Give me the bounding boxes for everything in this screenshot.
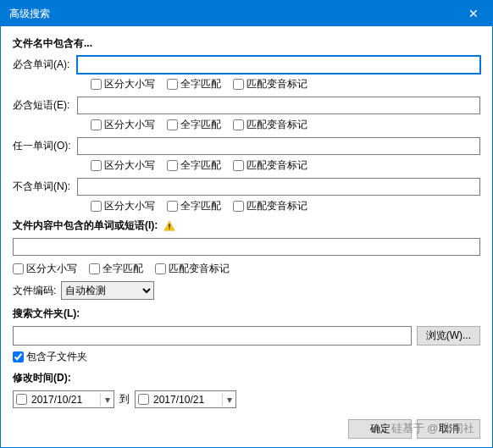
filename-heading: 文件名中包含有... [13, 36, 480, 51]
content-diacritics-checkbox[interactable]: 匹配变音标记 [155, 262, 230, 276]
ok-button[interactable]: 确定 [348, 419, 412, 439]
content-input[interactable] [13, 238, 480, 256]
browse-button[interactable]: 浏览(W)... [417, 326, 480, 346]
dialog-footer: 确定 取消 [1, 412, 492, 447]
all-words-label: 必含单词(A): [13, 58, 77, 72]
date-from-picker[interactable]: 2017/10/21 ▾ [13, 390, 114, 408]
phrase-case-checkbox[interactable]: 区分大小写 [91, 118, 155, 132]
encoding-label: 文件编码: [13, 284, 56, 298]
none-words-diacritics-checkbox[interactable]: 匹配变音标记 [233, 199, 307, 213]
dialog-body: 文件名中包含有... 必含单词(A): 区分大小写 全字匹配 匹配变音标记 必含… [1, 26, 492, 412]
warning-icon [163, 220, 175, 232]
all-words-input[interactable] [77, 56, 480, 74]
phrase-diacritics-checkbox[interactable]: 匹配变音标记 [233, 118, 307, 132]
none-words-case-checkbox[interactable]: 区分大小写 [91, 199, 155, 213]
date-from-enable[interactable] [16, 394, 27, 405]
window-title: 高级搜索 [9, 7, 454, 21]
phrase-whole-checkbox[interactable]: 全字匹配 [167, 118, 221, 132]
all-words-whole-checkbox[interactable]: 全字匹配 [167, 77, 221, 91]
all-words-case-checkbox[interactable]: 区分大小写 [91, 77, 155, 91]
chevron-down-icon[interactable]: ▾ [100, 394, 114, 406]
advanced-search-dialog: 高级搜索 ✕ 文件名中包含有... 必含单词(A): 区分大小写 全字匹配 匹配… [0, 0, 493, 448]
date-to-enable[interactable] [138, 394, 149, 405]
folder-heading: 搜索文件夹(L): [13, 307, 480, 321]
svg-rect-1 [169, 224, 169, 227]
folder-input[interactable] [13, 326, 412, 346]
all-words-diacritics-checkbox[interactable]: 匹配变音标记 [233, 77, 307, 91]
phrase-input[interactable] [77, 97, 480, 114]
any-words-diacritics-checkbox[interactable]: 匹配变音标记 [233, 158, 307, 173]
any-words-label: 任一单词(O): [13, 139, 77, 153]
svg-rect-2 [169, 228, 169, 229]
subfolders-checkbox[interactable]: 包含子文件夹 [13, 350, 480, 364]
content-case-checkbox[interactable]: 区分大小写 [13, 262, 77, 276]
dates-heading: 修改时间(D): [13, 371, 480, 385]
date-to-label: 到 [119, 392, 130, 407]
content-heading: 文件内容中包含的单词或短语(I): [13, 218, 480, 233]
none-words-whole-checkbox[interactable]: 全字匹配 [167, 199, 221, 213]
none-words-input[interactable] [77, 178, 480, 196]
phrase-label: 必含短语(E): [13, 98, 77, 113]
any-words-whole-checkbox[interactable]: 全字匹配 [167, 158, 221, 173]
cancel-button[interactable]: 取消 [417, 419, 480, 439]
chevron-down-icon[interactable]: ▾ [222, 394, 235, 406]
titlebar: 高级搜索 ✕ [1, 1, 492, 26]
content-whole-checkbox[interactable]: 全字匹配 [89, 262, 143, 276]
any-words-case-checkbox[interactable]: 区分大小写 [91, 158, 155, 173]
date-to-picker[interactable]: 2017/10/21 ▾ [135, 390, 236, 408]
any-words-input[interactable] [77, 137, 480, 155]
close-button[interactable]: ✕ [454, 1, 492, 26]
encoding-select[interactable]: 自动检测 [61, 281, 154, 300]
close-icon: ✕ [468, 7, 479, 20]
none-words-label: 不含单词(N): [13, 180, 77, 194]
